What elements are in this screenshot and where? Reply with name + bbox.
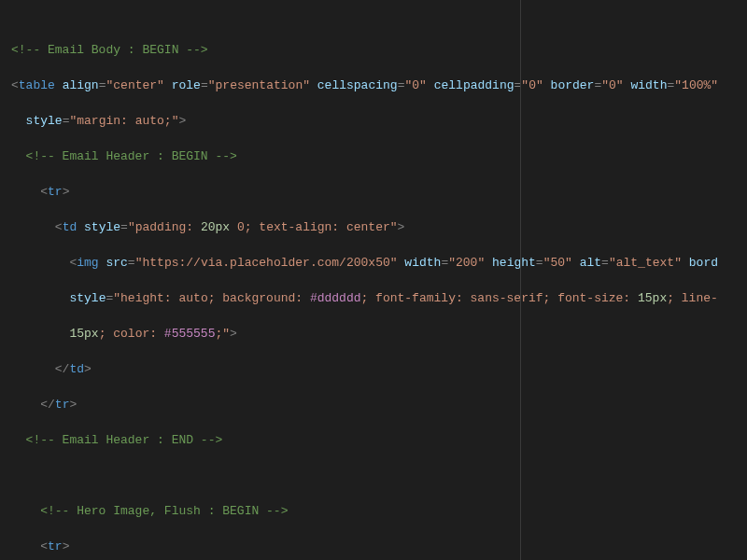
code-line: style="margin: auto;"> (11, 112, 747, 130)
code-line: 15px; color: #555555;"> (11, 325, 747, 343)
code-line: <img src="https://via.placeholder.com/20… (11, 254, 747, 272)
code-editor[interactable]: <!-- Email Body : BEGIN --> <table align… (0, 0, 747, 560)
comment: <!-- Email Header : END --> (11, 433, 222, 447)
comment: <!-- Hero Image, Flush : BEGIN --> (11, 504, 288, 518)
code-line (11, 467, 747, 484)
code-line: <td style="padding: 20px 0; text-align: … (11, 218, 747, 236)
comment: <!-- Email Header : BEGIN --> (11, 149, 237, 163)
code-line: </td> (11, 360, 747, 378)
code-line: <tr> (11, 538, 747, 555)
code-line: <!-- Email Header : BEGIN --> (11, 147, 747, 165)
code-line: <tr> (11, 183, 747, 201)
comment: <!-- Email Body : BEGIN --> (11, 43, 208, 57)
code-line: </tr> (11, 396, 747, 413)
code-line: <!-- Email Body : BEGIN --> (11, 41, 747, 59)
code-line: <!-- Email Header : END --> (11, 431, 747, 449)
code-line: <!-- Hero Image, Flush : BEGIN --> (11, 502, 747, 520)
code-line: <table align="center" role="presentation… (11, 77, 747, 94)
code-line: style="height: auto; background: #dddddd… (11, 289, 747, 307)
